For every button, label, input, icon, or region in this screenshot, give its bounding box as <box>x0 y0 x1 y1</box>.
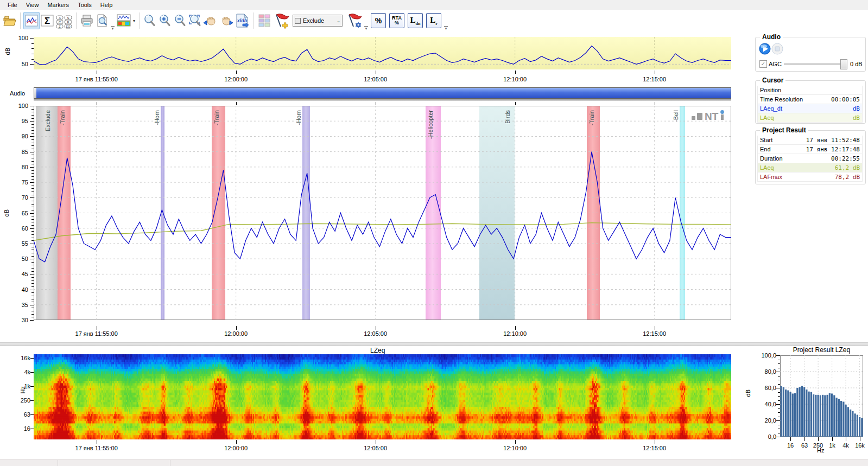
time-tick <box>515 102 516 105</box>
ytick <box>30 244 34 244</box>
ytick <box>30 136 34 137</box>
row-value: 00:22:55 <box>831 155 860 162</box>
row-label: End <box>760 146 771 152</box>
project-row-start: Start17 янв 11:52:48 <box>757 136 863 145</box>
row-value: 00:00:05 <box>831 96 860 103</box>
ldn-button[interactable]: Ldn <box>408 13 423 28</box>
print-preview-button[interactable] <box>94 12 110 29</box>
cursor-row-position: Position <box>757 86 863 95</box>
export-xldb-button[interactable]: xldb <box>233 12 251 29</box>
bar-xtick-label: 63 <box>801 442 808 449</box>
ytick <box>30 213 34 214</box>
add-marker-button[interactable] <box>272 12 290 29</box>
percent-button[interactable]: % <box>371 13 386 28</box>
timechart-view-button[interactable] <box>23 12 40 29</box>
audio-bar-grip[interactable] <box>34 88 36 98</box>
play-button[interactable] <box>759 43 771 55</box>
row-value: 17 янв 11:52:48 <box>806 137 860 144</box>
overview-ytick-label: 50 <box>15 61 28 67</box>
open-project-button[interactable] <box>2 12 17 29</box>
ytick <box>30 228 34 229</box>
time-tick <box>655 440 655 444</box>
time-tick <box>236 326 237 330</box>
gain-slider-handle[interactable] <box>840 59 847 69</box>
project-result-title: Project Result <box>760 126 808 134</box>
marker-type-dropdown[interactable]: Exclude⌄ <box>293 15 343 27</box>
dropdown-overflow-icon[interactable]: ▾ <box>444 26 448 30</box>
menu-file[interactable]: File <box>3 1 22 9</box>
main-ytick-label: 90 <box>14 133 28 139</box>
cursor-rows: PositionTime Resolution00:00:05LAeq_dtdB… <box>757 86 863 123</box>
main-ytick-label: 45 <box>14 271 28 277</box>
bar-ytick-label: 80,0 <box>758 368 776 375</box>
dropdown-overflow-icon[interactable]: ▾ <box>364 26 368 30</box>
zoom-out-button[interactable] <box>173 12 188 29</box>
print-button[interactable] <box>79 12 94 29</box>
agc-label: AGC <box>769 61 782 67</box>
chart-style-button[interactable] <box>116 12 132 29</box>
stop-button[interactable] <box>772 43 783 54</box>
status-divider <box>58 460 58 466</box>
menu-bar: FileViewMarkersToolsHelp <box>0 0 868 10</box>
zoom-in-button[interactable] <box>157 12 173 29</box>
main-yaxis-title: dB <box>3 209 10 216</box>
menu-markers[interactable]: Markers <box>43 1 73 9</box>
ytick <box>776 388 780 388</box>
pan-left-button[interactable] <box>203 12 218 29</box>
spectrum-yaxis-title: dB <box>745 390 751 397</box>
time-label: 12:05:00 <box>364 76 387 82</box>
row-label: LAFmax <box>760 174 782 180</box>
play-stop-buttons <box>759 43 784 56</box>
menu-view[interactable]: View <box>22 1 43 9</box>
chart-style-dropdown-arrow[interactable]: ▾ <box>133 18 135 23</box>
ytick <box>30 38 34 39</box>
zoom-selection-button[interactable] <box>188 12 203 29</box>
spectrogram-title: LZeq <box>370 347 385 354</box>
band-filter-button[interactable]: ASCFZEQ <box>55 12 73 29</box>
menu-help[interactable]: Help <box>96 1 117 9</box>
menu-tools[interactable]: Tools <box>73 1 96 9</box>
time-label: 12:15:00 <box>643 76 666 82</box>
lr-button[interactable]: Lr <box>426 13 441 28</box>
time-label: 12:05:00 <box>364 445 387 451</box>
dropdown-overflow-icon[interactable]: ▾ <box>111 26 115 30</box>
main-ytick-label: 30 <box>14 317 28 323</box>
report-view-button[interactable]: Σ <box>40 12 55 29</box>
status-bar <box>0 459 868 466</box>
time-tick <box>97 440 97 444</box>
gain-slider-track[interactable] <box>784 63 844 65</box>
time-label: 17 янв 11:55:00 <box>75 445 118 451</box>
pan-right-button[interactable] <box>218 12 233 29</box>
audio-waveform-bar[interactable] <box>34 87 731 99</box>
zoom-button[interactable] <box>142 12 157 29</box>
row-label: Start <box>760 137 772 143</box>
marker-settings-button[interactable] <box>345 12 363 29</box>
svg-text:NT: NT <box>705 111 719 122</box>
overview-ytick-label: 100 <box>15 35 28 41</box>
marker-colors-button[interactable] <box>257 12 272 29</box>
time-tick <box>515 71 516 74</box>
agc-checkbox[interactable]: ✓ <box>759 60 767 68</box>
time-label: 12:05:00 <box>364 330 387 337</box>
time-tick <box>376 326 376 330</box>
row-label: LAeq <box>760 114 774 121</box>
ytick <box>30 259 34 259</box>
spectrogram-heatmap[interactable] <box>34 354 731 439</box>
dropdown-arrow-icon: ⌄ <box>337 18 340 23</box>
ytick <box>776 437 780 437</box>
time-label: 12:15:00 <box>643 445 666 451</box>
xtick <box>818 437 819 441</box>
time-tick <box>376 71 376 74</box>
time-tick <box>236 71 237 74</box>
horizontal-splitter[interactable] <box>0 342 868 346</box>
bar-xtick-label: 1k <box>829 442 835 449</box>
ytick <box>776 420 780 421</box>
cursor-row-laeq: LAeqdB <box>757 113 863 123</box>
ytick <box>30 64 34 65</box>
cursor-panel: Cursor PositionTime Resolution00:00:05LA… <box>755 80 866 124</box>
rta-percent-button[interactable]: RTA% <box>389 13 404 28</box>
bar-ytick-label: 20,0 <box>758 417 776 424</box>
ytick <box>30 182 34 183</box>
time-label: 17 янв 11:55:00 <box>75 330 118 337</box>
main-ytick-label: 70 <box>14 194 28 201</box>
